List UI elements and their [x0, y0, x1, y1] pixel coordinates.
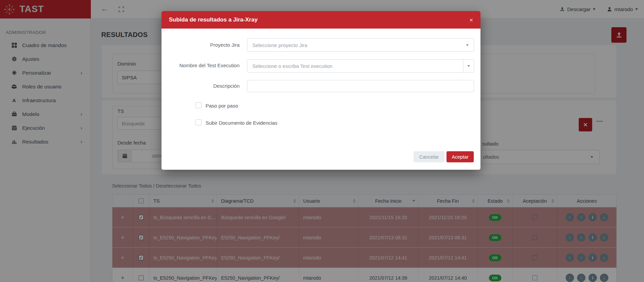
chevron-down-icon	[467, 65, 470, 67]
cancel-button[interactable]: Cancelar	[414, 151, 444, 162]
test-execution-label: Nombre del Test Execution	[162, 63, 240, 68]
evidencias-checkbox[interactable]	[195, 119, 202, 125]
paso-por-paso-checkbox[interactable]	[195, 102, 202, 108]
paso-por-paso-label: Paso por paso	[206, 103, 238, 109]
dropdown-toggle[interactable]	[463, 59, 474, 72]
descripcion-input[interactable]	[247, 80, 474, 92]
jira-upload-modal: Subida de resultados a Jira-Xray × Proye…	[162, 11, 480, 170]
modal-title: Subida de resultados a Jira-Xray	[169, 16, 258, 23]
proyecto-jira-label: Proyecto Jira	[162, 42, 240, 48]
evidencias-label: Subir Documento de Evidencias	[206, 120, 277, 126]
descripcion-label: Descripción	[162, 83, 240, 89]
proyecto-jira-select[interactable]: Seleccione proyecto Jira	[247, 38, 474, 52]
test-execution-placeholder: Seleccione o escriba Test execution	[252, 63, 332, 69]
test-execution-select[interactable]: Seleccione o escriba Test execution	[247, 59, 474, 73]
modal-header: Subida de resultados a Jira-Xray ×	[162, 11, 480, 29]
app-root: TAST ← Descargar mtarodo ADMIN	[0, 0, 644, 282]
chevron-down-icon	[466, 44, 469, 46]
proyecto-placeholder: Seleccione proyecto Jira	[252, 42, 307, 48]
accept-button[interactable]: Aceptar	[446, 151, 474, 162]
close-icon[interactable]: ×	[469, 17, 473, 23]
